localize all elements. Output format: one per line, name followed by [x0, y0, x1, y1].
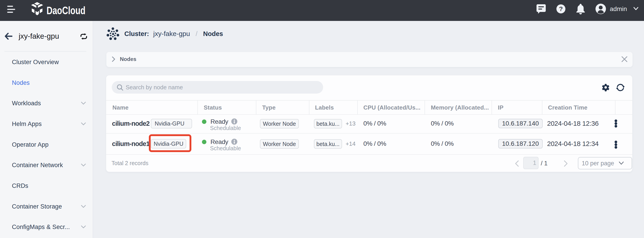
svg-text:DaoCloud: DaoCloud [46, 4, 86, 16]
svg-text:?: ? [559, 6, 563, 12]
